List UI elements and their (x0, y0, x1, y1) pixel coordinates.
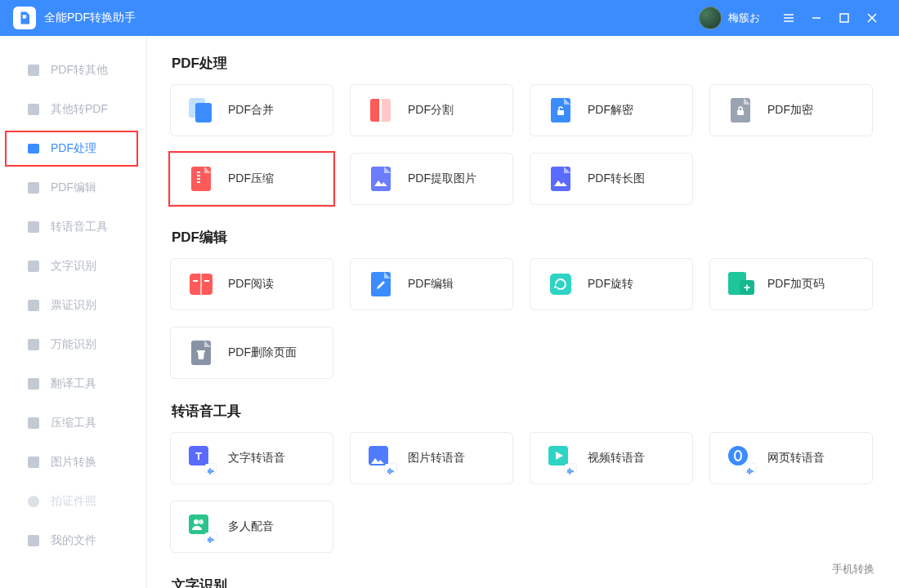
main-content: PDF处理 PDF合并 PDF分割 (147, 36, 899, 588)
audio-icon (26, 220, 41, 234)
audio-badge-icon (565, 464, 576, 472)
sidebar-item-pdf-edit[interactable]: PDF编辑 (0, 168, 146, 207)
web-speech-icon (728, 446, 753, 470)
card-video-to-speech[interactable]: 视频转语音 (530, 432, 693, 484)
pagenum-icon: + (728, 272, 753, 296)
idphoto-icon (26, 494, 41, 509)
card-pdf-edit[interactable]: PDF编辑 (350, 258, 513, 310)
card-pdf-compress[interactable]: PDF压缩 (170, 153, 333, 205)
sidebar-item-label: 我的文件 (51, 533, 96, 548)
card-pdf-rotate[interactable]: PDF旋转 (530, 258, 693, 310)
titlebar: 全能PDF转换助手 梅簇お (0, 0, 899, 36)
audio-badge-icon (745, 464, 756, 472)
card-label: 多人配音 (228, 519, 274, 534)
card-label: 图片转语音 (408, 451, 465, 466)
card-pdf-decrypt[interactable]: PDF解密 (530, 84, 693, 136)
svg-rect-4 (28, 182, 39, 194)
svg-rect-7 (28, 300, 39, 311)
sidebar-item-my-files[interactable]: 我的文件 (0, 521, 146, 560)
card-pdf-delete-page[interactable]: PDF删除页面 (170, 327, 333, 379)
sidebar-item-compress[interactable]: 压缩工具 (0, 403, 146, 443)
svg-rect-0 (840, 14, 848, 22)
app-title: 全能PDF转换助手 (44, 11, 136, 25)
card-label: PDF分割 (408, 103, 454, 118)
card-label: PDF加页码 (767, 277, 825, 292)
card-pdf-extract-image[interactable]: PDF提取图片 (350, 153, 513, 205)
merge-icon (189, 98, 213, 122)
sidebar-item-label: 票证识别 (51, 298, 96, 313)
sidebar-item-label: 其他转PDF (51, 102, 108, 117)
sidebar-item-label: PDF转其他 (51, 63, 108, 78)
sidebar-item-label: 翻译工具 (51, 376, 96, 391)
avatar[interactable] (699, 7, 722, 29)
menu-button[interactable] (775, 0, 803, 36)
svg-rect-13 (28, 535, 39, 546)
convert-icon (26, 102, 41, 117)
card-pdf-to-long-image[interactable]: PDF转长图 (530, 153, 693, 205)
card-image-to-speech[interactable]: 图片转语音 (350, 432, 513, 484)
sidebar-item-other-to-pdf[interactable]: 其他转PDF (0, 90, 146, 129)
universal-icon (26, 337, 41, 352)
audio-badge-icon (385, 464, 396, 472)
sidebar-item-ticket[interactable]: 票证识别 (0, 286, 146, 325)
card-label: PDF压缩 (228, 172, 274, 186)
svg-point-12 (28, 496, 39, 507)
close-button[interactable] (858, 0, 886, 36)
svg-rect-1 (28, 65, 39, 76)
section-title-pdf-edit: PDF编辑 (172, 228, 876, 247)
split-icon (369, 98, 393, 122)
minimize-button[interactable] (803, 0, 830, 36)
compress-file-icon (189, 167, 213, 191)
card-text-to-speech[interactable]: T 文字转语音 (170, 432, 333, 484)
card-label: PDF转长图 (588, 172, 645, 186)
card-label: PDF加密 (767, 103, 813, 118)
rotate-icon (548, 272, 573, 296)
ticket-icon (26, 298, 41, 313)
image-speech-icon (369, 446, 393, 470)
card-web-to-speech[interactable]: 网页转语音 (709, 432, 873, 484)
card-pdf-split[interactable]: PDF分割 (350, 84, 513, 136)
app-logo (13, 7, 36, 29)
card-label: PDF合并 (228, 103, 274, 118)
sidebar-item-image-convert[interactable]: 图片转换 (0, 443, 146, 482)
card-pdf-merge[interactable]: PDF合并 (170, 84, 333, 136)
grid-pdf-process: PDF合并 PDF分割 PDF解密 (170, 84, 876, 205)
sidebar-item-label: 拍证件照 (51, 494, 96, 509)
svg-rect-6 (28, 261, 39, 272)
svg-rect-11 (28, 457, 39, 468)
sidebar-item-label: 转语音工具 (51, 220, 108, 234)
mobile-convert-link[interactable]: 手机转换 (832, 562, 874, 577)
sidebar-item-label: 图片转换 (51, 455, 96, 470)
card-multi-voice[interactable]: 多人配音 (170, 501, 333, 553)
sidebar-item-translate[interactable]: 翻译工具 (0, 364, 146, 403)
username[interactable]: 梅簇お (728, 11, 760, 25)
read-icon (189, 272, 213, 296)
audio-badge-icon (205, 532, 217, 541)
sidebar-item-tts[interactable]: 转语音工具 (0, 207, 146, 247)
section-title-pdf-process: PDF处理 (172, 54, 876, 73)
lock-icon (728, 98, 753, 122)
svg-point-16 (194, 519, 199, 524)
card-pdf-read[interactable]: PDF阅读 (170, 258, 333, 310)
multivoice-icon (189, 514, 213, 539)
sidebar-item-label: 压缩工具 (51, 416, 96, 430)
card-pdf-add-page-number[interactable]: + PDF加页码 (709, 258, 873, 310)
grid-tts: T 文字转语音 图片转语音 视频转语音 (170, 432, 876, 553)
card-pdf-encrypt[interactable]: PDF加密 (709, 84, 873, 136)
sidebar-item-universal-ocr[interactable]: 万能识别 (0, 325, 146, 364)
card-label: 视频转语音 (588, 451, 645, 466)
sidebar-item-idphoto[interactable]: 拍证件照 (0, 482, 146, 521)
card-label: 文字转语音 (228, 451, 285, 466)
sidebar-item-pdf-to-other[interactable]: PDF转其他 (0, 51, 146, 90)
pdf-icon (26, 63, 41, 78)
edit-icon (26, 180, 41, 195)
card-label: PDF编辑 (408, 277, 454, 292)
sidebar-item-pdf-process[interactable]: PDF处理 (0, 129, 146, 168)
sidebar-item-ocr[interactable]: 文字识别 (0, 247, 146, 286)
translate-icon (26, 376, 41, 391)
longimage-icon (548, 167, 573, 191)
image-icon (26, 455, 41, 470)
maximize-button[interactable] (830, 0, 858, 36)
section-title-tts: 转语音工具 (172, 402, 876, 421)
section-title-ocr: 文字识别 (172, 576, 876, 588)
